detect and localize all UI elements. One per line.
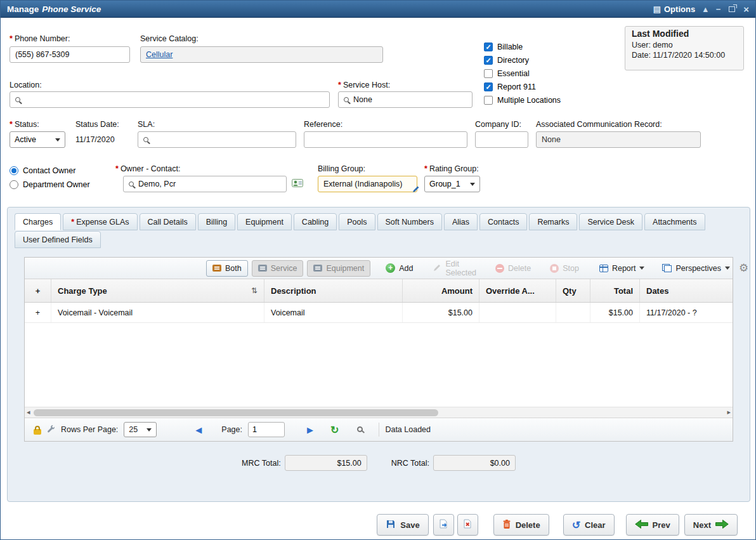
options-button[interactable]: ▤ Options [653,4,695,14]
service-toggle-button[interactable]: Service [252,260,304,277]
edit-pencil-icon[interactable] [412,185,420,195]
collapse-icon[interactable]: ▴ [703,5,708,13]
add-plus-icon: + [386,263,395,273]
rating-group-value: Group_1 [429,180,460,188]
report-dropdown-button[interactable]: Report [594,262,650,275]
tab-equipment[interactable]: Equipment [237,213,292,230]
tab-soft-numbers[interactable]: Soft Numbers [377,213,442,230]
scrollbar-thumb[interactable] [34,409,438,416]
column-header-description[interactable]: Description [264,279,403,302]
device-icon [212,265,221,272]
prev-page-icon[interactable]: ◀ [195,425,202,435]
reference-input[interactable] [304,131,467,148]
column-header-dates[interactable]: Dates [640,279,733,302]
rows-per-page-select[interactable]: 25 [124,422,157,437]
scroll-left-icon[interactable]: ◂ [27,408,30,416]
radio-department-owner[interactable]: Department Owner [10,180,90,189]
cell-override-amount [479,303,556,322]
close-icon[interactable]: × [743,4,749,14]
radio-contact-owner[interactable]: Contact Owner [10,166,75,175]
owner-contact-input[interactable]: Demo, Pcr [123,176,287,192]
perspectives-dropdown-button[interactable]: Perspectives [657,262,735,275]
search-icon [143,137,148,142]
tab-user-defined-fields[interactable]: User Defined Fields [15,231,101,248]
checkbox-directory[interactable]: ✓ Directory [484,55,529,65]
tab-contacts[interactable]: Contacts [479,213,527,230]
sla-input[interactable] [138,131,296,148]
save-and-close-button[interactable] [457,514,478,536]
tab-pools[interactable]: Pools [339,213,375,230]
checkbox-billable[interactable]: ✓ Billable [484,41,523,52]
clear-button[interactable]: ↺ Clear [563,514,615,536]
tab-billing[interactable]: Billing [198,213,235,230]
window-title: ManagePhone Service [7,4,101,14]
edit-selected-button[interactable]: Edit Selected [428,258,481,279]
tab-call-details[interactable]: Call Details [140,213,196,230]
prev-button[interactable]: Prev [626,514,679,536]
status-date-value: 11/17/2020 [75,135,115,144]
tab-service-desk[interactable]: Service Desk [579,213,642,230]
reference-label: Reference: [304,120,342,129]
mrc-total-label: MRC Total: [242,459,281,468]
sort-icon[interactable]: ⇅ [251,286,257,295]
service-host-input[interactable]: None [338,91,472,108]
grid-search-icon[interactable] [357,425,363,434]
pager-status: Data Loaded [385,425,431,434]
save-button[interactable]: Save [377,514,428,536]
horizontal-scrollbar[interactable]: ◂ ▸ [25,407,733,418]
tab-attachments[interactable]: Attachments [644,213,705,230]
row-expander[interactable]: + [25,303,51,322]
table-row[interactable]: + Voicemail - Voicemail Voicemail $15.00… [25,303,733,323]
grid-header: + Charge Type ⇅ Description Amount Overr… [25,279,733,303]
column-header-qty[interactable]: Qty [556,279,590,302]
checkbox-report-911-box: ✓ [484,82,493,91]
save-and-new-button[interactable] [433,514,454,536]
column-header-override-amount[interactable]: Override A... [479,279,556,302]
checkbox-multiple-locations[interactable]: ✓ Multiple Locations [484,95,561,105]
clear-arrows-icon: ↺ [572,519,580,531]
page-input[interactable] [248,422,285,437]
expander-column-header[interactable]: + [25,279,51,302]
tab-remarks[interactable]: Remarks [529,213,577,230]
column-header-amount[interactable]: Amount [403,279,479,302]
stop-button[interactable]: Stop [545,262,584,275]
tab-alias[interactable]: Alias [444,213,478,230]
popout-icon[interactable] [729,6,735,12]
tab-expense-glas[interactable]: *Expense GLAs [63,213,137,230]
cell-qty [556,303,590,322]
add-button[interactable]: + Add [381,261,418,275]
tab-charges[interactable]: Charges [15,213,61,230]
checkbox-essential-box: ✓ [484,69,493,78]
status-date-label: Status Date: [75,120,119,129]
service-catalog-link[interactable]: Cellular [146,50,173,59]
lock-icon[interactable] [34,429,41,435]
delete-button[interactable]: Delete [493,514,549,536]
company-id-input[interactable] [475,131,528,148]
wrench-icon[interactable] [47,425,55,435]
column-header-total[interactable]: Total [590,279,640,302]
tab-cabling[interactable]: Cabling [294,213,337,230]
phone-number-input[interactable] [10,46,130,63]
location-input[interactable] [10,91,330,108]
refresh-icon[interactable]: ↻ [330,424,339,436]
scroll-right-icon[interactable]: ▸ [727,408,731,416]
rating-group-select[interactable]: Group_1 [424,176,480,192]
billing-group-field[interactable]: External (Indianapolis) [318,176,417,192]
service-catalog-field: Cellular [140,46,383,63]
column-header-charge-type[interactable]: Charge Type ⇅ [51,279,264,302]
both-toggle-button[interactable]: Both [206,260,248,277]
next-page-icon[interactable]: ▶ [307,425,313,435]
next-button[interactable]: Next [684,514,738,536]
gear-icon[interactable]: ⚙ [739,261,748,275]
minimize-icon[interactable]: − [716,5,721,13]
equipment-toggle-button[interactable]: Equipment [307,260,370,277]
delete-row-button[interactable]: Delete [490,262,536,275]
checkbox-essential[interactable]: ✓ Essential [484,68,530,79]
service-host-label: *Service Host: [338,81,390,89]
sla-label: SLA: [138,120,155,129]
status-select[interactable]: Active [10,131,65,148]
checkbox-report-911[interactable]: ✓ Report 911 [484,81,536,92]
page-label: Page: [221,425,242,434]
select-contact-icon[interactable] [292,178,303,190]
search-icon [129,181,134,187]
